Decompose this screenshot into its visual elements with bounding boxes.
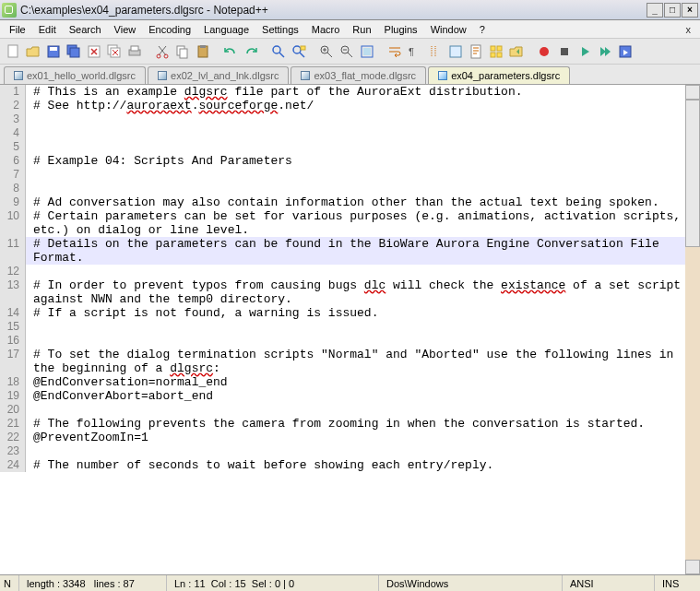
menu-window[interactable]: Window — [425, 22, 472, 37]
line-text[interactable] — [26, 444, 700, 458]
maximize-button[interactable]: □ — [664, 3, 681, 18]
menu-help[interactable]: ? — [474, 22, 491, 37]
code-line[interactable]: 24# The number of seconds to wait before… — [0, 458, 700, 472]
user-lang-icon[interactable] — [446, 42, 465, 61]
code-editor[interactable]: 1# This is an example dlgsrc file part o… — [0, 85, 700, 574]
close-doc-icon[interactable] — [85, 42, 103, 61]
copy-icon[interactable] — [173, 42, 192, 61]
code-line[interactable]: 19@EndConverAbort=abort_end — [0, 389, 700, 403]
show-chars-icon[interactable]: ¶ — [406, 42, 424, 61]
line-text[interactable]: # In order to prevent typos from causing… — [26, 278, 700, 306]
menu-file[interactable]: File — [4, 22, 31, 37]
line-text[interactable] — [26, 126, 700, 140]
menu-language[interactable]: Language — [198, 22, 255, 37]
line-text[interactable]: @EndConversation=normal_end — [26, 375, 700, 389]
undo-icon[interactable] — [221, 42, 240, 61]
scroll-up-button[interactable] — [685, 85, 700, 100]
vertical-scrollbar[interactable] — [685, 85, 700, 574]
line-text[interactable] — [26, 182, 700, 195]
code-line[interactable]: 16 — [0, 334, 700, 348]
line-text[interactable] — [26, 334, 700, 348]
line-text[interactable]: # This is an example dlgsrc file part of… — [26, 85, 700, 99]
find-icon[interactable] — [269, 42, 288, 61]
file-tab[interactable]: ex03_flat_mode.dlgsrc — [291, 66, 426, 84]
cut-icon[interactable] — [153, 42, 172, 61]
line-text[interactable]: # The following prevents the camera from… — [26, 417, 700, 431]
line-text[interactable]: # Example 04: Scripts And Parameters — [26, 154, 700, 168]
print-icon[interactable] — [125, 42, 144, 61]
code-line[interactable]: 10# Certain parameters can be set for va… — [0, 209, 700, 237]
replace-icon[interactable] — [290, 42, 308, 61]
doc-map-icon[interactable] — [467, 42, 485, 61]
code-line[interactable]: 14# If a script is not found, a warning … — [0, 306, 700, 320]
line-text[interactable] — [26, 403, 700, 417]
file-tab[interactable]: ex02_lvl_and_lnk.dlgsrc — [148, 66, 289, 84]
line-text[interactable]: # Ad conversation may also contain infor… — [26, 195, 700, 209]
play-multi-icon[interactable] — [596, 42, 614, 61]
line-text[interactable] — [26, 265, 700, 278]
menu-edit[interactable]: Edit — [33, 22, 62, 37]
line-text[interactable] — [26, 112, 700, 126]
record-macro-icon[interactable] — [535, 42, 553, 61]
code-line[interactable]: 4 — [0, 126, 700, 140]
code-line[interactable]: 2# See http://auroraext.sourceforge.net/ — [0, 99, 700, 112]
code-line[interactable]: 1# This is an example dlgsrc file part o… — [0, 85, 700, 99]
zoom-in-icon[interactable] — [317, 42, 336, 61]
code-line[interactable]: 20 — [0, 403, 700, 417]
menu-view[interactable]: View — [109, 22, 142, 37]
menu-run[interactable]: Run — [347, 22, 376, 37]
line-text[interactable] — [26, 168, 700, 182]
file-tab[interactable]: ex04_parameters.dlgsrc — [428, 66, 570, 84]
indent-guide-icon[interactable] — [426, 42, 445, 61]
close-all-icon[interactable] — [105, 42, 124, 61]
code-line[interactable]: 8 — [0, 182, 700, 195]
line-text[interactable] — [26, 140, 700, 154]
scroll-thumb[interactable] — [685, 100, 700, 247]
word-wrap-icon[interactable] — [386, 42, 404, 61]
line-text[interactable]: # Details on the parameters can be found… — [26, 237, 700, 265]
save-icon[interactable] — [44, 42, 63, 61]
play-macro-icon[interactable] — [575, 42, 594, 61]
code-line[interactable]: 22@PreventZoomIn=1 — [0, 431, 700, 444]
folder-browser-icon[interactable] — [507, 42, 526, 61]
code-line[interactable]: 9# Ad conversation may also contain info… — [0, 195, 700, 209]
menu-encoding[interactable]: Encoding — [143, 22, 196, 37]
code-line[interactable]: 12 — [0, 265, 700, 278]
code-line[interactable]: 13# In order to prevent typos from causi… — [0, 278, 700, 306]
zoom-reset-icon[interactable] — [358, 42, 376, 61]
line-text[interactable]: # To set the dialog termination scripts … — [26, 348, 700, 375]
menu-plugins[interactable]: Plugins — [379, 22, 423, 37]
code-line[interactable]: 7 — [0, 168, 700, 182]
line-text[interactable]: # If a script is not found, a warning is… — [26, 306, 700, 320]
redo-icon[interactable] — [242, 42, 260, 61]
menu-search[interactable]: Search — [64, 22, 107, 37]
line-text[interactable]: @EndConverAbort=abort_end — [26, 389, 700, 403]
code-line[interactable]: 3 — [0, 112, 700, 126]
func-list-icon[interactable] — [487, 42, 505, 61]
line-text[interactable]: # The number of seconds to wait before s… — [26, 458, 700, 472]
scroll-down-button[interactable] — [685, 560, 700, 574]
code-line[interactable]: 17# To set the dialog termination script… — [0, 348, 700, 375]
code-line[interactable]: 6# Example 04: Scripts And Parameters — [0, 154, 700, 168]
line-text[interactable] — [26, 320, 700, 334]
line-text[interactable]: @PreventZoomIn=1 — [26, 431, 700, 444]
code-line[interactable]: 18@EndConversation=normal_end — [0, 375, 700, 389]
menu-macro[interactable]: Macro — [306, 22, 346, 37]
file-tab[interactable]: ex01_hello_world.dlgsrc — [4, 66, 146, 84]
stop-macro-icon[interactable] — [555, 42, 574, 61]
paste-icon[interactable] — [194, 42, 212, 61]
save-macro-icon[interactable] — [616, 42, 635, 61]
close-button[interactable]: × — [682, 3, 698, 18]
code-line[interactable]: 21# The following prevents the camera fr… — [0, 417, 700, 431]
code-line[interactable]: 23 — [0, 444, 700, 458]
code-line[interactable]: 11# Details on the parameters can be fou… — [0, 237, 700, 265]
menu-close-doc[interactable]: x — [681, 24, 697, 35]
open-file-icon[interactable] — [24, 42, 42, 61]
menu-settings[interactable]: Settings — [256, 22, 304, 37]
new-file-icon[interactable] — [4, 42, 22, 61]
line-text[interactable]: # Certain parameters can be set for vari… — [26, 209, 700, 237]
save-all-icon[interactable] — [65, 42, 83, 61]
minimize-button[interactable]: _ — [647, 3, 663, 18]
line-text[interactable]: # See http://auroraext.sourceforge.net/ — [26, 99, 700, 112]
code-line[interactable]: 5 — [0, 140, 700, 154]
